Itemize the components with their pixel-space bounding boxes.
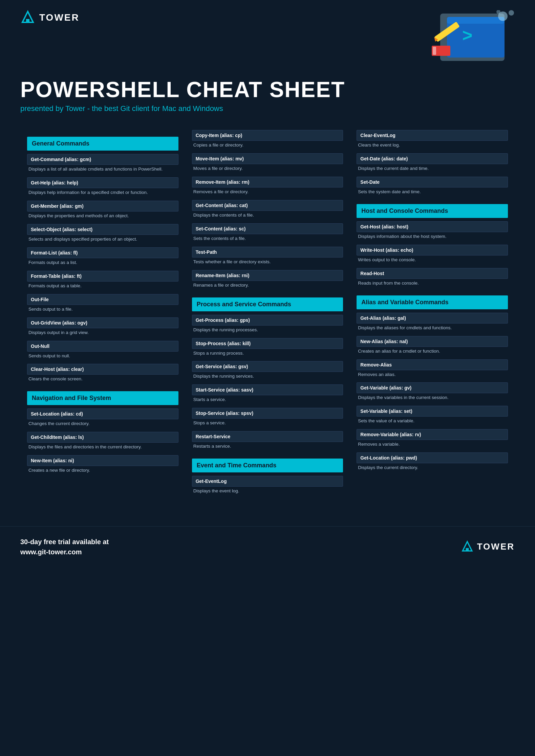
command-desc: Removes a variable.: [357, 440, 508, 450]
command-name: Out-File: [27, 294, 178, 305]
command-desc: Moves a file or directory.: [192, 164, 343, 174]
command-block: Clear-Host (alias: clear)Clears the cons…: [27, 364, 178, 384]
command-name: Get-Process (alias: gps): [192, 315, 343, 326]
command-name: Format-List (alias: fl): [27, 247, 178, 258]
command-block: Select-Object (alias: select)Selects and…: [27, 224, 178, 245]
command-block: Remove-Item (alias: rm)Removes a file or…: [192, 177, 343, 197]
command-name: Read-Host: [357, 268, 508, 279]
command-name: Out-GridView (alias: ogv): [27, 317, 178, 328]
command-name: Remove-Variable (alias: rv): [357, 429, 508, 440]
logo-text: TOWER: [39, 12, 80, 23]
command-name: Format-Table (alias: ft): [27, 271, 178, 282]
command-desc: Displays information about the host syst…: [357, 232, 508, 242]
footer: 30-day free trial available atwww.git-to…: [0, 526, 535, 567]
command-name: Get-Content (alias: cat): [192, 200, 343, 211]
command-name: Write-Host (alias: echo): [357, 245, 508, 255]
command-name: Restart-Service: [192, 431, 343, 442]
footer-trial-text: 30-day free trial available atwww.git-to…: [20, 537, 109, 557]
command-desc: Displays the variables in the current se…: [357, 393, 508, 403]
header: TOWER >: [0, 0, 535, 71]
footer-logo: TOWER: [461, 540, 515, 553]
command-block: New-Item (alias: ni)Creates a new file o…: [27, 455, 178, 476]
command-name: Get-Date (alias: date): [357, 153, 508, 164]
command-name: Get-Location (alias: pwd): [357, 452, 508, 463]
command-name: Clear-EventLog: [357, 130, 508, 141]
command-desc: Sends output to null.: [27, 352, 178, 361]
section-header-1-1: Process and Service Commands: [192, 297, 343, 311]
command-name: Test-Path: [192, 247, 343, 258]
command-desc: Stops a running process.: [192, 349, 343, 359]
command-desc: Removes a file or directory.: [192, 187, 343, 197]
command-block: Copy-Item (alias: cp)Copies a file or di…: [192, 130, 343, 151]
command-name: Set-Variable (alias: set): [357, 406, 508, 417]
svg-rect-9: [433, 47, 436, 55]
command-block: New-Alias (alias: nal)Creates an alias f…: [357, 336, 508, 357]
command-name: Get-ChildItem (alias: ls): [27, 432, 178, 443]
section-header-0-1: Navigation and File System: [27, 391, 178, 405]
command-desc: Creates an alias for a cmdlet or functio…: [357, 347, 508, 357]
command-name: Stop-Service (alias: spsv): [192, 408, 343, 419]
command-block: Read-HostReads input from the console.: [357, 268, 508, 289]
command-desc: Displays a list of all available cmdlets…: [27, 165, 178, 175]
command-block: Clear-EventLogClears the event log.: [357, 130, 508, 151]
command-desc: Creates a new file or directory.: [27, 466, 178, 476]
command-block: Remove-AliasRemoves an alias.: [357, 359, 508, 380]
footer-logo-text: TOWER: [477, 541, 515, 552]
command-block: Get-Command (alias: gcm)Displays a list …: [27, 154, 178, 175]
command-name: Get-Variable (alias: gv): [357, 382, 508, 393]
logo: TOWER: [20, 10, 80, 25]
title-area: POWERSHELL CHEAT SHEET presented by Towe…: [0, 71, 535, 123]
command-block: Get-Host (alias: host)Displays informati…: [357, 221, 508, 242]
command-desc: Displays the event log.: [192, 487, 343, 496]
command-block: Get-Location (alias: pwd)Displays the cu…: [357, 452, 508, 473]
command-name: New-Item (alias: ni): [27, 455, 178, 466]
command-desc: Formats output as a list.: [27, 258, 178, 268]
command-block: Out-FileSends output to a file.: [27, 294, 178, 315]
command-block: Start-Service (alias: sasv)Starts a serv…: [192, 384, 343, 405]
command-name: Stop-Process (alias: kill): [192, 338, 343, 349]
command-block: Get-Member (alias: gm)Displays the prope…: [27, 201, 178, 221]
command-desc: Sets the contents of a file.: [192, 234, 343, 244]
content-grid: General CommandsGet-Command (alias: gcm)…: [0, 123, 535, 506]
command-block: Get-Service (alias: gsv)Displays the run…: [192, 361, 343, 382]
main-title: POWERSHELL CHEAT SHEET: [20, 78, 515, 102]
command-name: Copy-Item (alias: cp): [192, 130, 343, 141]
command-block: Get-ChildItem (alias: ls)Displays the fi…: [27, 432, 178, 452]
command-block: Set-Location (alias: cd)Changes the curr…: [27, 408, 178, 429]
command-name: Remove-Item (alias: rm): [192, 177, 343, 187]
command-name: Remove-Alias: [357, 359, 508, 370]
command-desc: Selects and displays specified propertie…: [27, 235, 178, 245]
command-block: Get-Variable (alias: gv)Displays the var…: [357, 382, 508, 403]
command-block: Get-Content (alias: cat)Displays the con…: [192, 200, 343, 221]
command-desc: Displays the current directory.: [357, 463, 508, 473]
command-desc: Sends output to a file.: [27, 305, 178, 315]
command-desc: Displays the running services.: [192, 372, 343, 382]
command-block: Set-Variable (alias: set)Sets the value …: [357, 406, 508, 426]
command-desc: Writes output to the console.: [357, 255, 508, 265]
section-header-1-2: Event and Time Commands: [192, 459, 343, 472]
command-name: Select-Object (alias: select): [27, 224, 178, 235]
svg-rect-14: [466, 548, 469, 551]
command-desc: Sets the system date and time.: [357, 187, 508, 197]
command-block: Out-GridView (alias: ogv)Displays output…: [27, 317, 178, 338]
command-desc: Formats output as a table.: [27, 282, 178, 291]
command-desc: Displays the current date and time.: [357, 164, 508, 174]
command-block: Get-Help (alias: help)Displays help info…: [27, 177, 178, 198]
command-desc: Sets the value of a variable.: [357, 417, 508, 426]
command-desc: Displays the files and directories in th…: [27, 443, 178, 452]
command-block: Stop-Process (alias: kill)Stops a runnin…: [192, 338, 343, 359]
section-header-2-2: Alias and Variable Commands: [357, 295, 508, 309]
command-name: Get-Alias (alias: gal): [357, 313, 508, 324]
command-name: Get-Member (alias: gm): [27, 201, 178, 212]
command-block: Format-Table (alias: ft)Formats output a…: [27, 271, 178, 291]
command-block: Test-PathTests whether a file or directo…: [192, 247, 343, 267]
command-block: Set-Content (alias: sc)Sets the contents…: [192, 223, 343, 244]
command-block: Stop-Service (alias: spsv)Stops a servic…: [192, 408, 343, 428]
svg-point-11: [509, 10, 514, 16]
command-name: Get-Service (alias: gsv): [192, 361, 343, 372]
command-desc: Stops a service.: [192, 419, 343, 428]
command-block: Remove-Variable (alias: rv)Removes a var…: [357, 429, 508, 450]
command-block: Format-List (alias: fl)Formats output as…: [27, 247, 178, 268]
command-name: Set-Date: [357, 177, 508, 187]
command-desc: Clears the event log.: [357, 141, 508, 151]
